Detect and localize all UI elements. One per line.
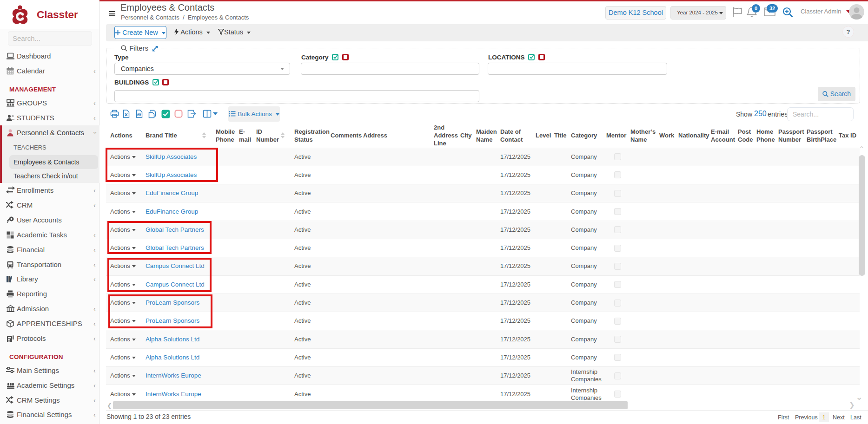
svg-text:CSV: CSV	[138, 114, 142, 116]
